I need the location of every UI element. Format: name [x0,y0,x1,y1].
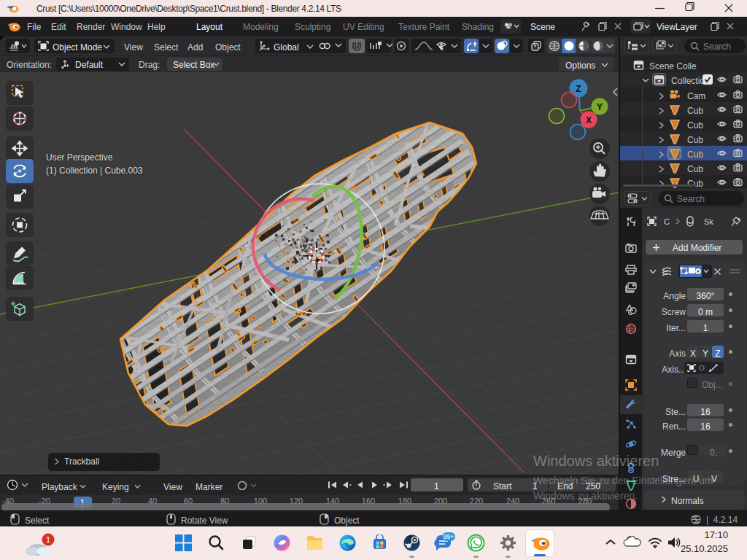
svg-text:C: C [664,217,670,226]
svg-text:99+: 99+ [444,533,454,540]
svg-text:Sk: Sk [704,217,713,226]
svg-text:X: X [586,115,592,125]
svg-text:Y: Y [597,102,603,112]
svg-text:1: 1 [46,535,50,544]
svg-text:Z: Z [576,84,581,94]
